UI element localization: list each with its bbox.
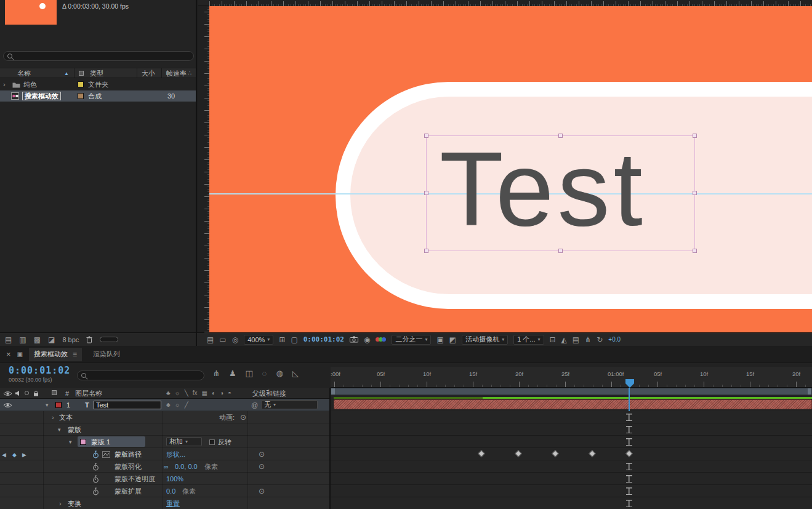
vertical-ruler[interactable] xyxy=(198,6,209,332)
transform-group-label[interactable]: 变换 xyxy=(68,497,81,509)
mask-expansion-label[interactable]: 蒙版扩展 xyxy=(115,485,142,497)
mask-feather-value[interactable]: 0.0, 0.0 xyxy=(175,460,198,473)
mask-expand-icon[interactable]: ▾ xyxy=(69,436,72,448)
reset-exposure-icon[interactable]: ↻ xyxy=(597,336,603,343)
text-group-row[interactable]: › 文本 动画: ⊙ xyxy=(0,411,329,423)
flowchart-button[interactable] xyxy=(100,337,118,342)
comp-flowchart-icon[interactable]: ⋔ xyxy=(585,336,591,343)
column-size[interactable]: 大小 xyxy=(142,68,155,78)
region-of-interest-icon[interactable]: ▢ xyxy=(291,336,297,343)
project-row-solids[interactable]: › 纯色 文件夹 xyxy=(0,79,196,90)
masks-group-row[interactable]: ▾ 蒙版 xyxy=(0,423,329,436)
collapse-column-icon[interactable]: ☼ xyxy=(175,390,180,396)
horizontal-ruler[interactable] xyxy=(209,0,812,6)
mask-opacity-row[interactable]: 蒙版不透明度 100% xyxy=(0,473,329,485)
index-column-label[interactable]: # xyxy=(65,388,69,399)
flowchart-view-icon[interactable]: ▤ xyxy=(207,336,214,343)
comp-timecode[interactable]: 0:00:01:02 xyxy=(303,335,344,343)
mask-expansion-value[interactable]: 0.0 xyxy=(166,485,175,497)
camera-select[interactable]: 活动摄像机▾ xyxy=(462,335,508,345)
show-snapshot-icon[interactable]: ◉ xyxy=(364,336,370,343)
mini-flowchart-icon[interactable]: ⋔ xyxy=(213,369,220,377)
parent-select[interactable]: 无▾ xyxy=(261,400,318,409)
flowchart-icon[interactable]: ∴ xyxy=(188,70,191,76)
timeline-track-area[interactable] xyxy=(331,388,812,509)
layer-visibility-eye-icon[interactable] xyxy=(3,403,12,408)
frame-blending-icon[interactable]: ◫ xyxy=(246,369,253,377)
label-column-icon[interactable] xyxy=(79,71,84,76)
color-depth-icon[interactable]: ◪ xyxy=(48,336,55,343)
selection-handle[interactable] xyxy=(693,191,697,195)
motion-blur-column-icon[interactable]: ◐ xyxy=(212,390,215,396)
column-framerate[interactable]: 帧速率 xyxy=(166,68,187,78)
keyframe-toggle-icon[interactable]: ◆ xyxy=(12,449,17,461)
selection-handle[interactable] xyxy=(424,249,428,253)
layer-expand-icon[interactable]: ▾ xyxy=(46,399,49,411)
work-area-end-handle[interactable] xyxy=(808,388,811,395)
mask-opacity-value[interactable]: 100% xyxy=(166,473,183,485)
work-area-start-handle[interactable] xyxy=(331,388,335,395)
threed-column-icon[interactable]: ◓ xyxy=(228,390,231,396)
animate-menu-icon[interactable]: ⊙ xyxy=(240,414,246,421)
include-in-graph-icon[interactable]: ⊙ xyxy=(259,463,265,470)
fast-preview-icon[interactable]: ◭ xyxy=(561,336,567,343)
item-name-selected[interactable]: 搜索框动效 xyxy=(22,92,61,100)
layer-label-chip[interactable] xyxy=(55,402,62,408)
layer-name-input[interactable]: Test xyxy=(94,401,161,409)
new-folder-icon[interactable]: ▥ xyxy=(19,336,26,343)
brainstorm-icon[interactable]: ◍ xyxy=(276,369,283,377)
group-disclosure-icon[interactable]: › xyxy=(52,411,54,423)
text-group-label[interactable]: 文本 xyxy=(59,411,73,423)
layer-collapse-icon[interactable]: ☼ xyxy=(175,402,180,408)
masks-group-label[interactable]: 蒙版 xyxy=(68,423,81,436)
fx-column-icon[interactable]: fx xyxy=(193,390,198,396)
pixel-aspect-icon[interactable]: ⊟ xyxy=(550,336,556,343)
layer-switches[interactable]: ♣☼╱ xyxy=(166,399,188,411)
label-column-icon[interactable] xyxy=(52,390,57,395)
view-layout-select[interactable]: 1 个...▾ xyxy=(513,335,544,345)
screen-icon[interactable]: ▭ xyxy=(219,336,226,343)
panel-menu-icon[interactable]: ≡ xyxy=(73,351,77,358)
new-composition-icon[interactable]: ▩ xyxy=(34,336,41,343)
include-in-graph-icon[interactable]: ⊙ xyxy=(259,451,265,458)
selection-handle[interactable] xyxy=(693,134,697,138)
item-name[interactable]: 纯色 xyxy=(23,79,37,90)
sort-asc-icon[interactable]: ▲ xyxy=(64,69,69,79)
layer-name-column-label[interactable]: 图层名称 xyxy=(75,388,102,399)
tab-composition[interactable]: 搜索框动效 ≡ xyxy=(29,348,82,361)
grid-guides-icon[interactable]: ⊞ xyxy=(279,336,285,343)
composition-viewport[interactable]: Test xyxy=(209,6,812,332)
graph-icon[interactable] xyxy=(102,451,110,458)
adjustment-column-icon[interactable]: ◑ xyxy=(220,390,223,396)
timeline-button-icon[interactable]: ▤ xyxy=(573,336,579,343)
layer-shy-icon[interactable]: ♣ xyxy=(166,402,171,408)
column-type[interactable]: 类型 xyxy=(90,68,103,78)
mask-path-value[interactable]: 形状... xyxy=(166,448,185,460)
shy-layers-icon[interactable]: ♟ xyxy=(229,369,236,377)
mask-name-label[interactable]: 蒙版 1 xyxy=(91,436,110,448)
current-time-display[interactable]: 0:00:01:02 xyxy=(9,365,70,376)
work-area-bar[interactable] xyxy=(331,388,812,395)
prev-keyframe-icon[interactable]: ◀ xyxy=(2,449,6,461)
group-expand-icon[interactable]: ▾ xyxy=(58,423,61,436)
target-region-icon[interactable]: ▣ xyxy=(436,336,443,343)
pickwhip-icon[interactable]: @ xyxy=(251,399,258,411)
tab-render-queue[interactable]: 渲染队列 xyxy=(88,348,125,361)
selection-handle[interactable] xyxy=(558,249,563,253)
transparency-grid-icon[interactable]: ◩ xyxy=(449,336,456,343)
selection-handle[interactable] xyxy=(558,134,563,138)
graph-editor-icon[interactable]: ◺ xyxy=(292,369,299,377)
snapshot-icon[interactable] xyxy=(350,336,358,343)
frame-blend-column-icon[interactable]: ▦ xyxy=(202,390,207,396)
time-ruler[interactable]: :00f05f10f15f20f25f01:00f05f10f15f20f xyxy=(331,367,812,388)
transform-group-row[interactable]: › 变换 重置 xyxy=(0,497,329,509)
project-search-input[interactable] xyxy=(3,51,194,61)
project-row-composition[interactable]: 搜索框动效 合成 30 xyxy=(0,90,196,102)
bit-depth-button[interactable]: 8 bpc xyxy=(62,336,79,343)
resolution-select[interactable]: 二分之一▾ xyxy=(392,335,431,345)
mask-opacity-label[interactable]: 蒙版不透明度 xyxy=(115,473,155,485)
current-time-indicator-handle[interactable] xyxy=(625,379,634,388)
shy-column-icon[interactable]: ♣ xyxy=(166,390,171,396)
label-color-chip[interactable] xyxy=(78,81,84,87)
selection-handle[interactable] xyxy=(424,134,428,138)
